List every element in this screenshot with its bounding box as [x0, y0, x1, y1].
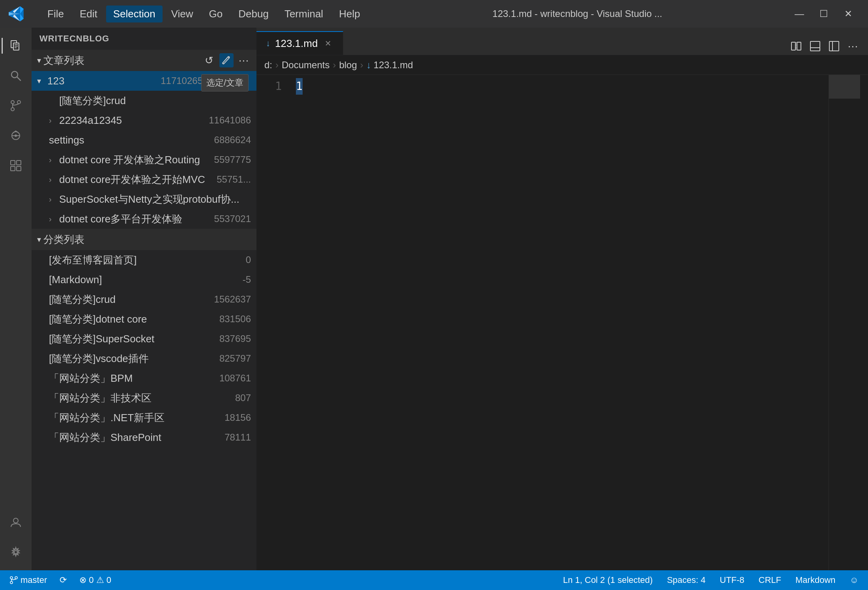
git-branch-item[interactable]: master [6, 573, 50, 587]
item-label-22234: 22234a12345 [59, 114, 206, 127]
breadcrumb-file[interactable]: ↓ 123.1.md [367, 60, 413, 71]
toggle-sidebar-button[interactable] [825, 37, 843, 55]
window-title: 123.1.md - writecnblog - Visual Studio .… [367, 8, 788, 19]
chevron-right-icon-4: › [49, 195, 57, 204]
account-icon [9, 516, 22, 528]
position-item[interactable]: Ln 1, Col 2 (1 selected) [560, 573, 656, 587]
line-ending-item[interactable]: CRLF [756, 573, 784, 587]
tab-close-button[interactable]: ✕ [322, 38, 333, 49]
category-item-4[interactable]: [随笔分类]SuperSocket 837695 [32, 329, 256, 349]
language-item[interactable]: Markdown [792, 573, 838, 587]
category-item-1[interactable]: [Markdown] -5 [32, 270, 256, 289]
category-item-0[interactable]: [发布至博客园首页] 0 [32, 250, 256, 270]
breadcrumb-drive[interactable]: d: [264, 60, 272, 71]
scrollbar-track[interactable] [860, 75, 868, 570]
item-id-22234: 11641086 [209, 115, 251, 126]
menu-edit[interactable]: Edit [73, 6, 105, 22]
tree-item-supersocket[interactable]: › SuperSocket与Netty之实现protobuf协... [32, 189, 256, 209]
layout-icon [810, 41, 821, 52]
tree-item-settings[interactable]: settings 6886624 [32, 130, 256, 150]
more-actions-button[interactable]: ··· [844, 37, 862, 55]
settings-icon [9, 546, 22, 558]
menu-go[interactable]: Go [202, 6, 230, 22]
tree-item-dotnet1[interactable]: › dotnet core 开发体验之Routing 5597775 [32, 150, 256, 170]
status-bar: master ⟳ ⊗ 0 ⚠ 0 Ln 1, Col 2 (1 selected… [0, 570, 868, 590]
item-id-settings: 6886624 [214, 134, 251, 146]
category-item-7[interactable]: 「网站分类」非技术区 807 [32, 388, 256, 408]
section-header-articles[interactable]: ▾ 文章列表 ↺ ··· 选定/文章 [32, 50, 256, 71]
errors-label: ⊗ 0 [79, 575, 94, 585]
svg-point-30 [15, 577, 17, 579]
activity-icon-settings[interactable] [2, 538, 30, 566]
close-button[interactable]: ✕ [836, 4, 860, 24]
feedback-item[interactable]: ☺ [847, 573, 862, 587]
activity-icon-source-control[interactable] [2, 91, 30, 120]
section-header-categories[interactable]: ▾ 分类列表 [32, 229, 256, 250]
breadcrumb-sep-1: › [275, 60, 279, 71]
vscode-logo-icon [8, 6, 24, 22]
split-editor-button[interactable] [788, 37, 805, 55]
menu-selection[interactable]: Selection [106, 6, 163, 22]
section-label-categories: 分类列表 [43, 233, 84, 246]
language-label: Markdown [795, 575, 835, 585]
category-item-3[interactable]: [随笔分类]dotnet core 831506 [32, 309, 256, 329]
activity-icon-explorer[interactable] [2, 32, 30, 60]
tab-123-md[interactable]: ↓ 123.1.md ✕ [256, 31, 343, 55]
editor-text-area[interactable]: 1 [288, 75, 829, 570]
more-options-button[interactable]: ··· [237, 53, 251, 67]
category-item-2[interactable]: [随笔分类]crud 1562637 [32, 289, 256, 309]
menu-file[interactable]: File [40, 6, 71, 22]
sidebar-title: WRITECNBLOG [32, 28, 256, 50]
minimap-slider[interactable] [829, 75, 860, 99]
svg-rect-17 [17, 166, 21, 171]
svg-rect-15 [17, 161, 21, 165]
tab-bar: ↓ 123.1.md ✕ [256, 28, 868, 55]
toggle-panel-button[interactable] [806, 37, 824, 55]
refresh-button[interactable]: ↺ [202, 53, 216, 67]
category-label-3: [随笔分类]dotnet core [49, 312, 217, 326]
item-label-dotnet2: dotnet core开发体验之开始MVC [59, 173, 214, 187]
tree-item-dotnet3[interactable]: › dotnet core多平台开发体验 5537021 [32, 209, 256, 229]
minimap [829, 75, 860, 570]
minimize-button[interactable]: — [788, 4, 811, 24]
warnings-label: ⚠ 0 [96, 575, 111, 585]
extensions-icon [9, 159, 22, 172]
category-item-8[interactable]: 「网站分类」.NET新手区 18156 [32, 408, 256, 428]
activity-icon-search[interactable] [2, 62, 30, 90]
activity-icon-account[interactable] [2, 508, 30, 536]
category-id-9: 78111 [224, 432, 251, 443]
encoding-label: UTF-8 [720, 575, 744, 585]
menu-terminal[interactable]: Terminal [277, 6, 330, 22]
menu-debug[interactable]: Debug [231, 6, 276, 22]
category-item-9[interactable]: 「网站分类」SharePoint 78111 [32, 428, 256, 447]
section-header-icons: ↺ ··· [202, 53, 251, 67]
tree-item-22234[interactable]: › 22234a12345 11641086 [32, 110, 256, 130]
spaces-item[interactable]: Spaces: 4 [664, 573, 709, 587]
category-label-7: 「网站分类」非技术区 [49, 391, 233, 405]
svg-point-8 [11, 108, 14, 111]
svg-point-9 [17, 101, 21, 104]
errors-item[interactable]: ⊗ 0 ⚠ 0 [76, 573, 114, 587]
tree-item-crud[interactable]: [随笔分类]crud [32, 91, 256, 110]
sync-item[interactable]: ⟳ [56, 573, 70, 587]
category-id-3: 831506 [219, 314, 251, 325]
encoding-item[interactable]: UTF-8 [716, 573, 747, 587]
category-item-5[interactable]: [随笔分类]vscode插件 825797 [32, 349, 256, 368]
split-editor-icon [791, 41, 802, 52]
maximize-button[interactable]: ☐ [812, 4, 836, 24]
category-id-6: 108761 [219, 373, 251, 384]
menu-view[interactable]: View [164, 6, 200, 22]
tree-item-dotnet2[interactable]: › dotnet core开发体验之开始MVC 55751... [32, 170, 256, 189]
sidebar-icon [829, 41, 840, 52]
edit-button[interactable] [219, 53, 234, 67]
menu-help[interactable]: Help [332, 6, 367, 22]
activity-icon-extensions[interactable] [2, 151, 30, 180]
breadcrumb-blog[interactable]: blog [339, 60, 357, 71]
chevron-right-icon: › [49, 116, 57, 125]
sidebar-scroll[interactable]: ▾ 123 11710265 ⬆ 🖼 📄 [随笔分类]crud › 22234a… [32, 71, 256, 570]
breadcrumb-documents[interactable]: Documents [282, 60, 329, 71]
category-id-5: 825797 [219, 353, 251, 364]
activity-icon-debug[interactable] [2, 121, 30, 150]
editor-area: ↓ 123.1.md ✕ [256, 28, 868, 570]
category-item-6[interactable]: 「网站分类」BPM 108761 [32, 368, 256, 388]
